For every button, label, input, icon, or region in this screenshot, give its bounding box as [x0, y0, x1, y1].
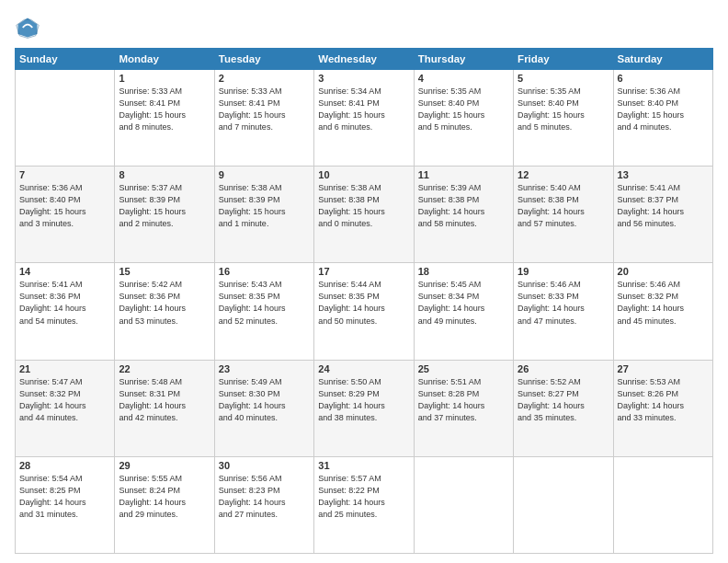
- day-number: 27: [618, 363, 709, 374]
- weekday-header-tuesday: Tuesday: [214, 49, 313, 70]
- calendar-table: SundayMondayTuesdayWednesdayThursdayFrid…: [15, 48, 713, 554]
- header: [15, 15, 713, 40]
- day-number: 31: [318, 460, 409, 471]
- day-number: 22: [119, 363, 210, 374]
- week-row-1: 7Sunrise: 5:36 AMSunset: 8:40 PMDaylight…: [16, 167, 713, 263]
- calendar-cell: 26Sunrise: 5:52 AMSunset: 8:27 PMDayligh…: [514, 360, 613, 456]
- calendar-cell: 19Sunrise: 5:46 AMSunset: 8:33 PMDayligh…: [514, 263, 613, 360]
- day-info: Sunrise: 5:35 AMSunset: 8:40 PMDaylight:…: [418, 86, 509, 133]
- day-info: Sunrise: 5:40 AMSunset: 8:38 PMDaylight:…: [518, 182, 609, 230]
- day-info: Sunrise: 5:45 AMSunset: 8:34 PMDaylight:…: [418, 279, 509, 327]
- day-info: Sunrise: 5:51 AMSunset: 8:28 PMDaylight:…: [418, 376, 509, 424]
- calendar-cell: 29Sunrise: 5:55 AMSunset: 8:24 PMDayligh…: [115, 456, 214, 553]
- page: SundayMondayTuesdayWednesdayThursdayFrid…: [0, 0, 728, 563]
- day-number: 10: [318, 169, 409, 180]
- day-info: Sunrise: 5:38 AMSunset: 8:39 PMDaylight:…: [219, 182, 310, 230]
- calendar-cell: 2Sunrise: 5:33 AMSunset: 8:41 PMDaylight…: [214, 70, 313, 167]
- week-row-3: 21Sunrise: 5:47 AMSunset: 8:32 PMDayligh…: [16, 360, 713, 456]
- calendar-cell: 7Sunrise: 5:36 AMSunset: 8:40 PMDaylight…: [16, 167, 115, 263]
- week-row-4: 28Sunrise: 5:54 AMSunset: 8:25 PMDayligh…: [16, 456, 713, 553]
- day-number: 16: [219, 266, 310, 277]
- day-number: 14: [19, 266, 110, 277]
- calendar-cell: 5Sunrise: 5:35 AMSunset: 8:40 PMDaylight…: [514, 70, 613, 167]
- weekday-header-wednesday: Wednesday: [314, 49, 414, 70]
- calendar-cell: 18Sunrise: 5:45 AMSunset: 8:34 PMDayligh…: [414, 263, 513, 360]
- day-info: Sunrise: 5:41 AMSunset: 8:37 PMDaylight:…: [618, 182, 709, 230]
- day-info: Sunrise: 5:57 AMSunset: 8:22 PMDaylight:…: [318, 473, 409, 521]
- week-row-0: 1Sunrise: 5:33 AMSunset: 8:41 PMDaylight…: [16, 70, 713, 167]
- svg-marker-0: [18, 18, 38, 38]
- day-number: 23: [219, 363, 310, 374]
- day-number: 20: [618, 266, 709, 277]
- day-info: Sunrise: 5:35 AMSunset: 8:40 PMDaylight:…: [518, 86, 609, 133]
- calendar-cell: 9Sunrise: 5:38 AMSunset: 8:39 PMDaylight…: [214, 167, 313, 263]
- day-number: 25: [418, 363, 509, 374]
- weekday-header-row: SundayMondayTuesdayWednesdayThursdayFrid…: [16, 49, 713, 70]
- day-info: Sunrise: 5:48 AMSunset: 8:31 PMDaylight:…: [119, 376, 210, 424]
- day-number: 29: [119, 460, 210, 471]
- day-info: Sunrise: 5:46 AMSunset: 8:33 PMDaylight:…: [518, 279, 609, 327]
- week-row-2: 14Sunrise: 5:41 AMSunset: 8:36 PMDayligh…: [16, 263, 713, 360]
- logo-icon: [15, 15, 40, 40]
- calendar-cell: [613, 456, 712, 553]
- calendar-cell: [414, 456, 513, 553]
- calendar-cell: 23Sunrise: 5:49 AMSunset: 8:30 PMDayligh…: [214, 360, 313, 456]
- day-number: 2: [219, 73, 310, 84]
- day-number: 9: [219, 169, 310, 180]
- calendar-cell: 17Sunrise: 5:44 AMSunset: 8:35 PMDayligh…: [314, 263, 414, 360]
- calendar-cell: [16, 70, 115, 167]
- day-number: 12: [518, 169, 609, 180]
- day-number: 21: [19, 363, 110, 374]
- calendar-cell: 14Sunrise: 5:41 AMSunset: 8:36 PMDayligh…: [16, 263, 115, 360]
- calendar-cell: [514, 456, 613, 553]
- day-number: 30: [219, 460, 310, 471]
- weekday-header-saturday: Saturday: [613, 49, 712, 70]
- day-info: Sunrise: 5:53 AMSunset: 8:26 PMDaylight:…: [618, 376, 709, 424]
- day-info: Sunrise: 5:46 AMSunset: 8:32 PMDaylight:…: [618, 279, 709, 327]
- calendar-cell: 25Sunrise: 5:51 AMSunset: 8:28 PMDayligh…: [414, 360, 513, 456]
- calendar-cell: 6Sunrise: 5:36 AMSunset: 8:40 PMDaylight…: [613, 70, 712, 167]
- calendar-cell: 1Sunrise: 5:33 AMSunset: 8:41 PMDaylight…: [115, 70, 214, 167]
- day-number: 18: [418, 266, 509, 277]
- day-number: 17: [318, 266, 409, 277]
- day-info: Sunrise: 5:44 AMSunset: 8:35 PMDaylight:…: [318, 279, 409, 327]
- calendar-cell: 13Sunrise: 5:41 AMSunset: 8:37 PMDayligh…: [613, 167, 712, 263]
- weekday-header-monday: Monday: [115, 49, 214, 70]
- day-info: Sunrise: 5:41 AMSunset: 8:36 PMDaylight:…: [19, 279, 110, 327]
- day-info: Sunrise: 5:42 AMSunset: 8:36 PMDaylight:…: [119, 279, 210, 327]
- day-info: Sunrise: 5:33 AMSunset: 8:41 PMDaylight:…: [119, 86, 210, 133]
- logo: [15, 15, 44, 40]
- calendar-cell: 28Sunrise: 5:54 AMSunset: 8:25 PMDayligh…: [16, 456, 115, 553]
- day-info: Sunrise: 5:52 AMSunset: 8:27 PMDaylight:…: [518, 376, 609, 424]
- calendar-cell: 16Sunrise: 5:43 AMSunset: 8:35 PMDayligh…: [214, 263, 313, 360]
- day-number: 11: [418, 169, 509, 180]
- day-number: 28: [19, 460, 110, 471]
- calendar-cell: 3Sunrise: 5:34 AMSunset: 8:41 PMDaylight…: [314, 70, 414, 167]
- day-info: Sunrise: 5:36 AMSunset: 8:40 PMDaylight:…: [618, 86, 709, 133]
- calendar-cell: 24Sunrise: 5:50 AMSunset: 8:29 PMDayligh…: [314, 360, 414, 456]
- calendar-cell: 27Sunrise: 5:53 AMSunset: 8:26 PMDayligh…: [613, 360, 712, 456]
- day-info: Sunrise: 5:38 AMSunset: 8:38 PMDaylight:…: [318, 182, 409, 230]
- day-number: 5: [518, 73, 609, 84]
- calendar-cell: 11Sunrise: 5:39 AMSunset: 8:38 PMDayligh…: [414, 167, 513, 263]
- day-info: Sunrise: 5:49 AMSunset: 8:30 PMDaylight:…: [219, 376, 310, 424]
- day-number: 8: [119, 169, 210, 180]
- day-number: 4: [418, 73, 509, 84]
- calendar-cell: 15Sunrise: 5:42 AMSunset: 8:36 PMDayligh…: [115, 263, 214, 360]
- calendar-cell: 20Sunrise: 5:46 AMSunset: 8:32 PMDayligh…: [613, 263, 712, 360]
- day-info: Sunrise: 5:47 AMSunset: 8:32 PMDaylight:…: [19, 376, 110, 424]
- weekday-header-thursday: Thursday: [414, 49, 513, 70]
- day-info: Sunrise: 5:37 AMSunset: 8:39 PMDaylight:…: [119, 182, 210, 230]
- day-info: Sunrise: 5:50 AMSunset: 8:29 PMDaylight:…: [318, 376, 409, 424]
- day-info: Sunrise: 5:56 AMSunset: 8:23 PMDaylight:…: [219, 473, 310, 521]
- day-number: 3: [318, 73, 409, 84]
- day-info: Sunrise: 5:36 AMSunset: 8:40 PMDaylight:…: [19, 182, 110, 230]
- day-info: Sunrise: 5:34 AMSunset: 8:41 PMDaylight:…: [318, 86, 409, 133]
- calendar-cell: 10Sunrise: 5:38 AMSunset: 8:38 PMDayligh…: [314, 167, 414, 263]
- day-info: Sunrise: 5:33 AMSunset: 8:41 PMDaylight:…: [219, 86, 310, 133]
- day-info: Sunrise: 5:39 AMSunset: 8:38 PMDaylight:…: [418, 182, 509, 230]
- calendar-cell: 4Sunrise: 5:35 AMSunset: 8:40 PMDaylight…: [414, 70, 513, 167]
- day-number: 7: [19, 169, 110, 180]
- day-info: Sunrise: 5:54 AMSunset: 8:25 PMDaylight:…: [19, 473, 110, 521]
- calendar-cell: 30Sunrise: 5:56 AMSunset: 8:23 PMDayligh…: [214, 456, 313, 553]
